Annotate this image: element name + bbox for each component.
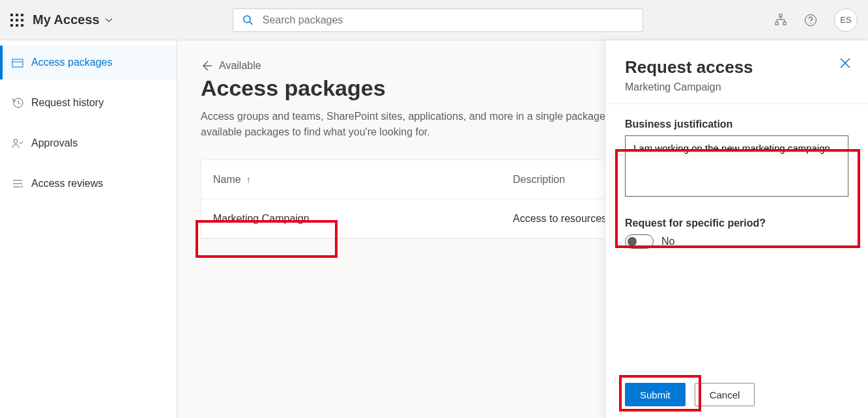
topbar-right: ES bbox=[774, 8, 858, 32]
sidebar-item-access-packages[interactable]: Access packages bbox=[0, 46, 177, 79]
panel-footer: Submit Cancel bbox=[605, 371, 868, 418]
toggle-value: No bbox=[661, 236, 674, 247]
avatar[interactable]: ES bbox=[834, 8, 858, 32]
panel-subtitle: Marketing Campaign bbox=[625, 81, 848, 93]
reviews-icon bbox=[12, 178, 23, 189]
panel-header: Request access Marketing Campaign bbox=[605, 40, 868, 104]
svg-rect-2 bbox=[779, 14, 782, 17]
row-name: Marketing Campaign bbox=[213, 213, 513, 225]
topbar: My Access ES bbox=[0, 0, 868, 40]
sort-asc-icon: ↑ bbox=[246, 174, 251, 185]
back-arrow-icon bbox=[201, 60, 212, 72]
sidebar-item-label: Access reviews bbox=[31, 178, 103, 189]
cancel-button[interactable]: Cancel bbox=[695, 383, 755, 406]
app-title[interactable]: My Access bbox=[33, 12, 113, 27]
search-icon bbox=[242, 14, 253, 26]
svg-point-0 bbox=[244, 16, 250, 22]
sidebar-item-label: Approvals bbox=[31, 137, 78, 149]
period-label: Request for specific period? bbox=[625, 217, 848, 229]
panel-body: Business justification Request for speci… bbox=[605, 104, 868, 371]
history-icon bbox=[12, 97, 23, 109]
waffle-icon[interactable] bbox=[10, 14, 23, 27]
toggle-pill bbox=[625, 234, 654, 249]
close-icon[interactable] bbox=[839, 57, 851, 69]
svg-point-10 bbox=[14, 139, 18, 143]
column-name-header[interactable]: Name ↑ bbox=[213, 174, 513, 186]
sidebar-item-approvals[interactable]: Approvals bbox=[0, 126, 177, 160]
chevron-down-icon bbox=[105, 16, 113, 24]
search-input[interactable] bbox=[263, 14, 633, 26]
page-description: Access groups and teams, SharePoint site… bbox=[201, 109, 657, 140]
svg-rect-3 bbox=[775, 22, 778, 25]
package-icon bbox=[12, 57, 23, 68]
justification-label: Business justification bbox=[625, 118, 848, 130]
sidebar-item-label: Request history bbox=[31, 97, 104, 109]
svg-rect-4 bbox=[783, 22, 786, 25]
panel-title: Request access bbox=[625, 57, 848, 77]
avatar-initials: ES bbox=[840, 15, 851, 25]
request-access-panel: Request access Marketing Campaign Busine… bbox=[605, 40, 868, 418]
sidebar-item-request-history[interactable]: Request history bbox=[0, 86, 177, 120]
sitemap-icon[interactable] bbox=[774, 14, 787, 27]
approvals-icon bbox=[12, 137, 23, 149]
submit-button[interactable]: Submit bbox=[625, 383, 686, 406]
breadcrumb-label: Available bbox=[219, 60, 261, 72]
search-box[interactable] bbox=[233, 8, 643, 32]
sidebar: Access packages Request history Approval… bbox=[0, 40, 177, 418]
help-icon[interactable] bbox=[804, 14, 817, 27]
svg-point-6 bbox=[810, 23, 811, 24]
period-toggle[interactable]: No bbox=[625, 234, 848, 249]
justification-input[interactable] bbox=[625, 135, 848, 197]
sidebar-item-access-reviews[interactable]: Access reviews bbox=[0, 167, 177, 201]
toggle-knob bbox=[628, 237, 637, 246]
svg-line-1 bbox=[250, 21, 252, 24]
sidebar-item-label: Access packages bbox=[31, 57, 113, 68]
svg-rect-7 bbox=[12, 59, 23, 67]
app-title-text: My Access bbox=[33, 12, 100, 27]
